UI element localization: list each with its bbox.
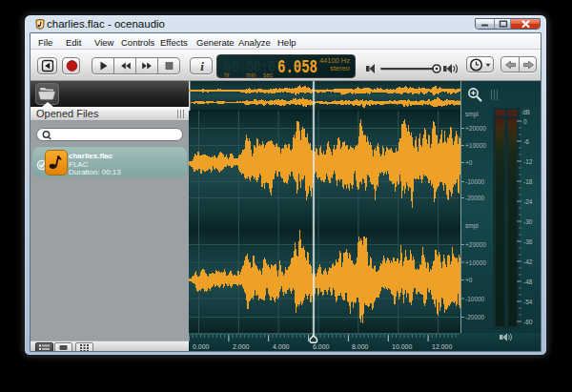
svg-text:min: min [246,71,256,77]
svg-text:-20000: -20000 [465,314,485,320]
svg-text:dB: dB [522,109,530,115]
svg-text:-18: -18 [523,178,533,185]
svg-text:0: 0 [523,118,527,125]
svg-text:-36: -36 [523,238,533,245]
svg-text:-10000: -10000 [465,296,485,302]
svg-text:-54: -54 [523,299,533,305]
svg-text:-48: -48 [523,279,533,285]
svg-text:-24: -24 [523,198,533,205]
svg-text:-10000: -10000 [465,178,485,185]
svg-text:0.000: 0.000 [193,343,210,350]
svg-text:-60: -60 [523,319,533,325]
svg-text:+0: +0 [465,277,473,283]
svg-text:8.000: 8.000 [352,343,369,350]
svg-text:4.000: 4.000 [273,343,290,350]
svg-text:6.000: 6.000 [313,343,330,350]
svg-text:smpl: smpl [465,111,479,118]
svg-text:10.000: 10.000 [392,343,413,350]
svg-text:-20000: -20000 [465,195,485,201]
svg-text:-42: -42 [523,258,533,265]
svg-text:+0: +0 [465,159,473,166]
svg-text:+10000: +10000 [465,142,486,149]
svg-text:2.000: 2.000 [233,343,250,350]
svg-text:+20000: +20000 [465,125,486,132]
svg-text:+20000: +20000 [465,241,486,248]
svg-text:-6: -6 [523,138,529,145]
svg-text:i: i [200,59,204,73]
svg-text:12.000: 12.000 [432,343,453,350]
svg-text:6.058: 6.058 [277,56,317,78]
svg-text:hr: hr [224,71,231,77]
svg-text:smpl: smpl [465,222,479,230]
svg-text:+10000: +10000 [465,259,486,266]
svg-text:-30: -30 [523,218,533,225]
svg-text:sec: sec [263,71,274,77]
svg-text:stereo: stereo [330,63,350,72]
svg-text:-12: -12 [523,158,533,165]
